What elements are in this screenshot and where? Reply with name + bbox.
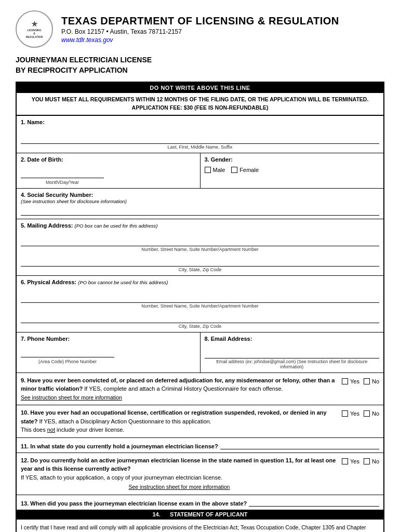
field-9-criminal: 9. Have you ever been convicted of, or p… bbox=[17, 373, 383, 405]
field10-no-checkbox[interactable]: No bbox=[364, 410, 379, 417]
mailing-city-input[interactable] bbox=[21, 257, 379, 267]
physical-city-input[interactable] bbox=[21, 314, 379, 323]
field-4-ssn: 4. Social Security Number: (See instruct… bbox=[17, 188, 383, 219]
field-10-yes-no: Yes No bbox=[342, 410, 379, 417]
do-not-write-bar: DO NOT WRITE ABOVE THIS LINE bbox=[17, 83, 383, 93]
female-checkbox-box[interactable] bbox=[231, 167, 237, 173]
field-6-physical: 6. Physical Address: (PO box cannot be u… bbox=[17, 275, 383, 332]
dob-input[interactable] bbox=[21, 170, 104, 178]
field9-no-checkbox[interactable]: No bbox=[364, 378, 379, 384]
field-9-yes-no: Yes No bbox=[342, 378, 379, 384]
field13-input[interactable] bbox=[249, 498, 379, 507]
physical-street-input[interactable] bbox=[21, 294, 379, 303]
email-input[interactable] bbox=[205, 349, 380, 358]
form-title-line1: JOURNEYMAN ELECTRICIAN LICENSE bbox=[16, 56, 152, 64]
phone-input[interactable] bbox=[21, 349, 114, 357]
criminal-history-link[interactable]: See instruction sheet for more informati… bbox=[21, 394, 122, 401]
agency-name: TEXAS DEPARTMENT OF LICENSING & REGULATI… bbox=[61, 15, 339, 27]
field-2-3-row: 2. Date of Birth: Month/Day/Year 3. Gend… bbox=[17, 153, 383, 188]
agency-address: P.O. Box 12157 • Austin, Texas 78711-215… bbox=[61, 28, 339, 35]
field12-yes-checkbox[interactable]: Yes bbox=[342, 458, 359, 464]
gender-male-checkbox[interactable]: Male bbox=[205, 167, 225, 173]
field-13-exam-date: 13. When did you pass the journeyman ele… bbox=[17, 495, 383, 510]
agency-logo: ★ LICENSING&REGULATION bbox=[16, 10, 53, 48]
field9-yes-checkbox[interactable]: Yes bbox=[342, 378, 359, 384]
field-5-mailing: 5. Mailing Address: (PO box can be used … bbox=[17, 219, 383, 275]
statement-title: STATEMENT OF APPLICANT bbox=[170, 511, 248, 517]
statement-text: I certify that I have read and will comp… bbox=[17, 519, 383, 532]
mailing-street-input[interactable] bbox=[21, 237, 379, 246]
field10-yes-checkbox[interactable]: Yes bbox=[342, 410, 359, 417]
field11-input[interactable] bbox=[220, 441, 379, 449]
male-checkbox-box[interactable] bbox=[205, 167, 211, 173]
field-11-state: 11. In what state do you currently hold … bbox=[17, 437, 383, 453]
field-14-statement: 14. STATEMENT OF APPLICANT I certify tha… bbox=[17, 510, 383, 532]
field-7-8-row: 7. Phone Number: (Area Code) Phone Numbe… bbox=[17, 332, 383, 373]
field12-link[interactable]: See instruction sheet for more informati… bbox=[21, 483, 338, 491]
ssn-input[interactable] bbox=[21, 206, 379, 216]
field12-no-checkbox[interactable]: No bbox=[364, 458, 379, 464]
field-12-yes-no: Yes No bbox=[342, 458, 379, 464]
field-1-name: 1. Name: Last, First, Middle Name, Suffi… bbox=[17, 115, 383, 153]
name-input[interactable] bbox=[21, 135, 379, 144]
gender-female-checkbox[interactable]: Female bbox=[231, 167, 259, 173]
page-header: ★ LICENSING&REGULATION TEXAS DEPARTMENT … bbox=[16, 10, 384, 48]
agency-website: www.tdlr.texas.gov bbox=[61, 36, 339, 44]
header-text-block: TEXAS DEPARTMENT OF LICENSING & REGULATI… bbox=[61, 15, 339, 44]
form-title-block: JOURNEYMAN ELECTRICIAN LICENSE BY RECIPR… bbox=[16, 55, 384, 75]
field-10-license-suspended: 10. Have you ever had an occupational li… bbox=[17, 405, 383, 437]
main-form: DO NOT WRITE ABOVE THIS LINE YOU MUST ME… bbox=[16, 82, 384, 532]
form-title-line2: BY RECIPROCITY APPLICATION bbox=[16, 66, 128, 74]
field-12-active-license: 12. Do you currently hold an active jour… bbox=[17, 453, 383, 495]
requirement-bar: YOU MUST MEET ALL REQUIREMENTS WITHIN 12… bbox=[17, 93, 383, 115]
